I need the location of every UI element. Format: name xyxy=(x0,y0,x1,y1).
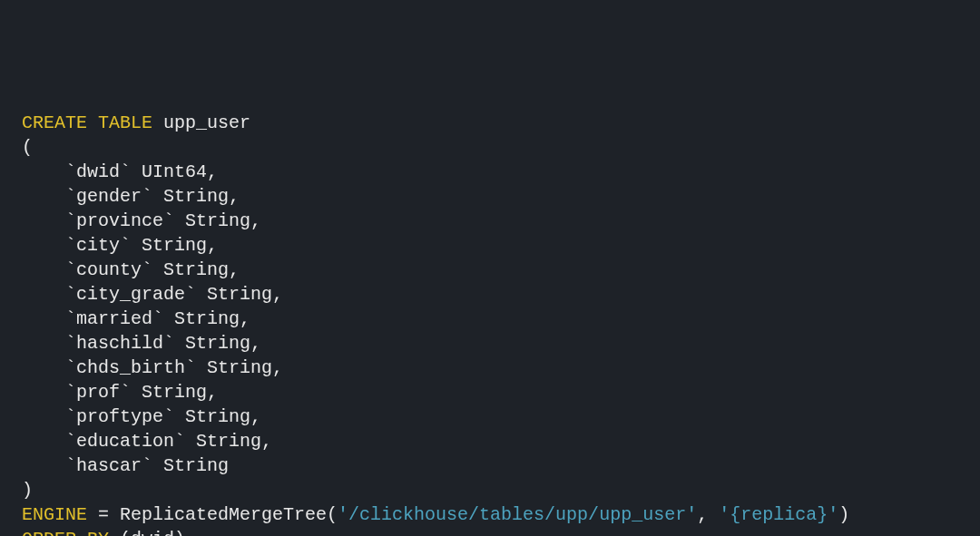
column-def: `proftype` String, xyxy=(22,404,958,429)
backtick: ` xyxy=(65,382,76,403)
column-name: chds_birth xyxy=(76,357,185,378)
keyword-create: CREATE xyxy=(22,112,87,133)
close-paren: ) xyxy=(22,480,33,501)
column-def: `dwid` UInt64, xyxy=(22,160,958,184)
comma: , xyxy=(207,382,218,403)
code-line: CREATE TABLE upp_user xyxy=(22,111,958,135)
column-def: `haschild` String, xyxy=(22,331,958,356)
backtick: ` xyxy=(142,186,152,207)
column-def: `chds_birth` String, xyxy=(22,356,958,380)
backtick: ` xyxy=(65,333,76,354)
backtick: ` xyxy=(163,210,174,231)
column-type: String xyxy=(142,235,207,256)
keyword-engine: ENGINE xyxy=(22,504,87,525)
backtick: ` xyxy=(65,161,76,182)
backtick: ` xyxy=(185,357,196,378)
backtick: ` xyxy=(65,431,76,452)
column-name: prof xyxy=(76,382,120,403)
column-type: UInt64 xyxy=(142,161,207,182)
comma: , xyxy=(207,161,218,182)
comma: , xyxy=(250,333,261,354)
open-paren: ( xyxy=(22,137,33,158)
column-type: String xyxy=(163,186,229,207)
column-type: String xyxy=(185,406,250,427)
column-name: city xyxy=(76,235,120,256)
backtick: ` xyxy=(120,161,131,182)
column-type: String xyxy=(174,308,240,329)
code-block: CREATE TABLE upp_user( `dwid` UInt64, `g… xyxy=(22,111,958,536)
close-paren: ) xyxy=(838,504,849,525)
column-name: proftype xyxy=(76,406,163,427)
backtick: ` xyxy=(120,382,131,403)
comma: , xyxy=(697,504,719,525)
column-name: city_grade xyxy=(76,284,185,305)
column-name: dwid xyxy=(76,161,120,182)
backtick: ` xyxy=(65,455,76,476)
equals: = xyxy=(87,504,120,525)
backtick: ` xyxy=(65,308,76,329)
backtick: ` xyxy=(65,235,76,256)
column-name: county xyxy=(76,259,142,280)
column-def: `education` String, xyxy=(22,429,958,453)
comma: , xyxy=(250,210,261,231)
column-name: haschild xyxy=(76,333,163,354)
backtick: ` xyxy=(65,210,76,231)
column-name: married xyxy=(76,308,152,329)
column-type: String xyxy=(185,333,250,354)
column-type: String xyxy=(142,382,207,403)
column-def: `married` String, xyxy=(22,307,958,331)
column-def: `county` String, xyxy=(22,258,958,282)
backtick: ` xyxy=(65,406,76,427)
string-literal: '/clickhouse/tables/upp/upp_user' xyxy=(338,504,697,525)
comma: , xyxy=(229,259,240,280)
backtick: ` xyxy=(65,186,76,207)
column-def: `city` String, xyxy=(22,233,958,258)
backtick: ` xyxy=(65,357,76,378)
keyword-order: ORDER xyxy=(22,529,76,536)
backtick: ` xyxy=(65,259,76,280)
backtick: ` xyxy=(142,259,152,280)
backtick: ` xyxy=(163,406,174,427)
comma: , xyxy=(240,308,250,329)
column-def: `prof` String, xyxy=(22,380,958,404)
keyword-by: BY xyxy=(76,529,109,536)
backtick: ` xyxy=(163,333,174,354)
column-name: province xyxy=(76,210,163,231)
column-type: String xyxy=(163,455,229,476)
column-type: String xyxy=(207,357,272,378)
code-line: ENGINE = ReplicatedMergeTree('/clickhous… xyxy=(22,502,958,527)
engine-function: ReplicatedMergeTree( xyxy=(120,504,338,525)
backtick: ` xyxy=(152,308,163,329)
comma: , xyxy=(229,186,240,207)
comma: , xyxy=(272,357,283,378)
backtick: ` xyxy=(65,284,76,305)
column-name: hascar xyxy=(76,455,142,476)
code-line: ORDER BY (dwid) xyxy=(22,527,958,536)
backtick: ` xyxy=(174,431,185,452)
comma: , xyxy=(272,284,283,305)
column-type: String xyxy=(207,284,272,305)
backtick: ` xyxy=(185,284,196,305)
order-expr: (dwid) xyxy=(109,529,185,536)
column-type: String xyxy=(163,259,229,280)
column-type: String xyxy=(196,431,261,452)
code-line: ) xyxy=(22,478,958,502)
string-literal: '{replica}' xyxy=(719,504,838,525)
column-name: gender xyxy=(76,186,142,207)
backtick: ` xyxy=(142,455,152,476)
comma: , xyxy=(250,406,261,427)
code-line: ( xyxy=(22,135,958,160)
column-def: `hascar` String xyxy=(22,453,958,478)
column-def: `province` String, xyxy=(22,209,958,233)
column-def: `city_grade` String, xyxy=(22,282,958,307)
column-name: education xyxy=(76,431,174,452)
comma: , xyxy=(261,431,272,452)
backtick: ` xyxy=(120,235,131,256)
table-name: upp_user xyxy=(152,112,250,133)
column-type: String xyxy=(185,210,250,231)
keyword-table: TABLE xyxy=(87,112,152,133)
column-def: `gender` String, xyxy=(22,184,958,209)
comma: , xyxy=(207,235,218,256)
